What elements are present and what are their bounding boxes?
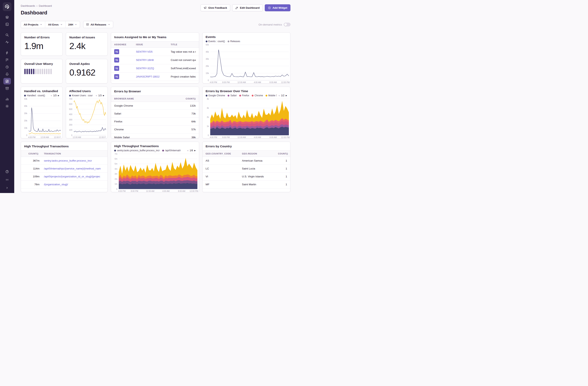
widget-title[interactable]: Overall User Misery <box>24 62 59 66</box>
widget-title[interactable]: Errors by Country <box>203 142 291 151</box>
widget-errors-by-browser: Errors by Browser Browser.name Count() G… <box>111 87 199 138</box>
widget-apdex: Overall Apdex 0.9162 <box>66 59 108 83</box>
assignee-avatar[interactable]: TE <box>114 58 119 63</box>
table-header: Geo.country_code Geo.region Count() <box>203 151 291 157</box>
legend-item[interactable]: Chrome <box>252 94 263 97</box>
environment-filter[interactable]: All Envs <box>45 21 65 28</box>
on-demand-label: On-demand metrics <box>258 23 282 26</box>
transaction-link[interactable]: /api/0/internal/rpc/{service_name}/{meth… <box>44 167 104 170</box>
widget-pager: ◀ 1/3 ▶ <box>50 94 59 97</box>
replays-icon <box>5 65 9 69</box>
sidebar-item-dashboards[interactable] <box>3 78 11 84</box>
svg-text:12:00 P: 12:00 P <box>54 136 61 138</box>
chevron-down-icon <box>75 23 77 26</box>
errors-by-browser-chart: 01k2k3k4k4:00 PM8:00 PM12:00 AM4:00 AM8:… <box>203 97 291 138</box>
legend-item[interactable]: Known Users : cour <box>69 94 93 97</box>
sidebar <box>0 0 14 193</box>
table-row: Safari 73k <box>111 110 199 118</box>
pager-next-icon[interactable]: ▶ <box>194 150 196 152</box>
legend-dot <box>114 150 116 152</box>
pager-next-icon[interactable]: ▶ <box>286 94 287 96</box>
transaction-link[interactable]: sentry.tasks.process_buffer.process_incr <box>44 159 104 162</box>
widget-title[interactable]: Issues Assigned to Me or My Teams <box>111 33 199 41</box>
issue-link[interactable]: SENTRY-16H8 <box>136 59 171 62</box>
misery-bar <box>35 69 37 74</box>
column-header: Assignee <box>114 43 136 46</box>
svg-text:12:00 PM: 12:00 PM <box>281 81 290 83</box>
sidebar-item-projects[interactable] <box>3 21 11 27</box>
sidebar-item-releases[interactable] <box>3 85 11 91</box>
legend-item[interactable]: Handled : count() <box>24 94 45 97</box>
edit-dashboard-button[interactable]: Edit Dashboard <box>232 4 263 11</box>
widget-title[interactable]: High Throughput Transactions <box>114 144 196 148</box>
issue-link[interactable]: SENTRY-VD5 <box>136 50 171 53</box>
sidebar-item-traces[interactable] <box>3 39 11 45</box>
on-demand-toggle[interactable] <box>284 23 291 26</box>
transaction-count: 76m <box>24 183 44 186</box>
pager-next-icon[interactable]: ▶ <box>103 94 104 96</box>
widget-title[interactable]: High Throughput Transactions <box>21 142 107 151</box>
widget-title[interactable]: Number of Errors <box>24 36 59 39</box>
pager-prev-icon[interactable]: ◀ <box>50 94 52 96</box>
widget-title[interactable]: Overall Apdex <box>69 62 104 66</box>
sentry-logo[interactable] <box>3 2 11 11</box>
sidebar-item-search[interactable] <box>3 32 11 38</box>
legend-dot <box>239 95 241 96</box>
transaction-link[interactable]: /api/0/projects/{organization_id_or_slug… <box>44 175 104 178</box>
svg-text:8:00 PM: 8:00 PM <box>222 81 229 83</box>
sidebar-item-issues[interactable] <box>3 14 11 20</box>
sidebar-item-settings[interactable] <box>3 103 11 109</box>
add-widget-button[interactable]: Add Widget <box>265 4 291 11</box>
legend-item[interactable]: Google Chrome <box>206 94 225 97</box>
legend-dot <box>206 95 208 96</box>
widget-grid: Number of Errors 1.9m Number of Issues 2… <box>21 32 291 192</box>
pager-prev-icon[interactable]: ◀ <box>95 94 97 96</box>
pager-prev-icon[interactable]: ◀ <box>278 94 280 96</box>
sidebar-item-alerts[interactable] <box>3 71 11 77</box>
give-feedback-button[interactable]: Give Feedback <box>201 4 230 11</box>
assignee-avatar[interactable]: TE <box>114 49 119 54</box>
issue-link[interactable]: JAVASCRIPT-1BG2 <box>136 75 171 78</box>
breadcrumb-dashboards[interactable]: Dashboards <box>21 4 35 7</box>
sidebar-collapse[interactable] <box>3 184 11 191</box>
widget-title[interactable]: Events <box>206 35 287 39</box>
widget-title[interactable]: Errors by Browser Over Time <box>206 89 287 93</box>
svg-text:50k: 50k <box>24 98 27 100</box>
transaction-link[interactable]: /{organization_slug}/ <box>44 183 104 186</box>
misery-bar <box>37 69 39 74</box>
legend-item[interactable]: Firefox <box>239 94 249 97</box>
legend-item[interactable]: Safari <box>228 94 236 97</box>
svg-text:300: 300 <box>69 119 72 121</box>
legend-item[interactable]: Releases <box>228 40 240 43</box>
browser-name: Chrome <box>114 128 180 131</box>
widget-high-throughput-chart: High Throughput Transactions sentry.task… <box>111 142 199 192</box>
issue-link[interactable]: SENTRY-32ZQ <box>136 67 171 70</box>
sidebar-item-discover[interactable] <box>3 49 11 56</box>
sidebar-item-stats[interactable] <box>3 96 11 102</box>
legend-item[interactable]: Events : count() <box>206 40 225 43</box>
legend-item[interactable]: Mobile S <box>266 94 277 97</box>
pager-prev-icon[interactable]: ◀ <box>187 150 188 152</box>
release-filter[interactable]: All Releases <box>83 21 113 28</box>
assignee-avatar[interactable]: TE <box>114 74 119 79</box>
project-filter[interactable]: All Projects <box>21 21 45 28</box>
pager-next-icon[interactable]: ▶ <box>58 94 59 96</box>
sidebar-item-feedback[interactable] <box>3 57 11 63</box>
assignee-avatar[interactable]: TE <box>114 66 119 71</box>
widget-title[interactable]: Handled vs. Unhandled <box>24 89 59 93</box>
svg-text:1m: 1m <box>115 183 117 185</box>
date-range-filter[interactable]: 24H <box>66 21 80 28</box>
sidebar-item-broadcasts[interactable] <box>3 176 11 183</box>
sidebar-item-replays[interactable] <box>3 64 11 70</box>
sidebar-nav <box>0 14 14 168</box>
misery-bar <box>50 69 52 74</box>
country-region: U.S. Virgin Islands <box>242 175 278 178</box>
legend-item[interactable]: sentry.tasks.process_buffer.process_incr <box>114 149 160 152</box>
widget-title[interactable]: Number of Issues <box>69 36 104 39</box>
sidebar-item-help[interactable] <box>3 168 11 175</box>
table-row: 76m /{organization_slug}/ <box>21 181 107 188</box>
widget-title[interactable]: Errors by Browser <box>111 87 199 95</box>
widget-title[interactable]: Affected Users <box>69 89 104 93</box>
big-number-value: 0.9162 <box>69 68 104 78</box>
legend-item[interactable]: /api/0/internal/r <box>162 149 181 152</box>
